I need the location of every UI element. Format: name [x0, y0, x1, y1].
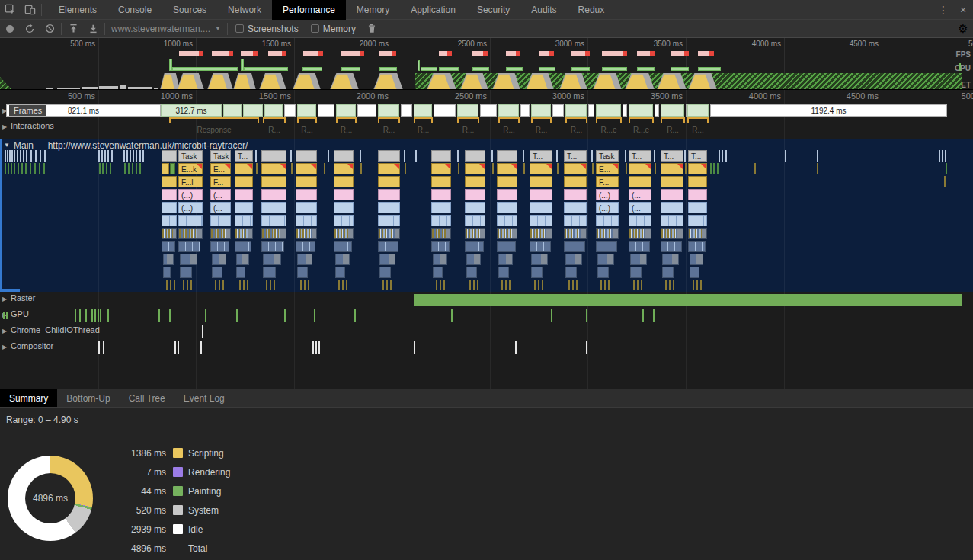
flame-call-bar[interactable]	[564, 241, 585, 252]
flame-task-bar[interactable]: Task	[210, 150, 231, 162]
flame-anonymous-bar[interactable]: (...	[629, 202, 651, 213]
flame-call-bar[interactable]	[235, 241, 251, 252]
flame-microtask-bars[interactable]	[296, 228, 317, 239]
flame-call-bar[interactable]	[688, 241, 706, 252]
frame-bar[interactable]	[687, 104, 709, 117]
interaction-bracket[interactable]	[414, 117, 433, 123]
flame-event-bar[interactable]: E...	[596, 163, 619, 174]
interaction-bracket[interactable]	[336, 117, 357, 123]
raster-activity-bar[interactable]	[414, 294, 962, 306]
flame-anonymous-bar[interactable]: (...	[210, 189, 231, 200]
details-tab-call-tree[interactable]: Call Tree	[120, 389, 174, 407]
flame-anonymous-bar[interactable]: (...	[210, 202, 231, 213]
flame-task-bar[interactable]	[465, 150, 485, 162]
flame-call-bar[interactable]	[263, 267, 276, 278]
flame-call-bar[interactable]	[378, 215, 400, 226]
history-dropdown[interactable]: www.stevenwaterman.... ▼	[111, 24, 221, 34]
flame-microtask-bars[interactable]	[688, 228, 707, 239]
flame-function-call-bar[interactable]	[629, 176, 651, 187]
record-button[interactable]	[0, 20, 20, 38]
frame-bar[interactable]	[297, 104, 316, 117]
flame-event-bar[interactable]	[629, 163, 651, 174]
flame-task-bar[interactable]	[431, 150, 451, 162]
flame-call-bar[interactable]	[212, 254, 226, 265]
timeline-overview[interactable]: FPS CPU NET 500 ms1000 ms1500 ms2000 ms2…	[0, 38, 973, 90]
flame-anonymous-bar[interactable]	[497, 189, 517, 200]
frame-bar[interactable]	[457, 104, 478, 117]
flame-call-bar[interactable]	[531, 254, 548, 265]
flame-call-bar[interactable]	[297, 267, 308, 278]
flame-call-bar[interactable]	[297, 254, 312, 265]
flame-function-call-bar[interactable]	[530, 176, 552, 187]
flame-event-bar[interactable]	[296, 163, 317, 174]
flame-call-bar[interactable]	[497, 215, 517, 226]
flame-call-bar[interactable]	[690, 267, 699, 278]
tab-network[interactable]: Network	[217, 0, 272, 20]
flame-call-bar[interactable]	[296, 241, 315, 252]
flame-microtask-bars[interactable]	[162, 228, 177, 239]
flame-call-bar[interactable]	[162, 241, 175, 252]
flame-microtask-bars[interactable]	[465, 228, 485, 239]
frame-bar[interactable]	[243, 104, 263, 117]
interactions-track-label[interactable]: Interactions	[11, 121, 54, 130]
reload-and-record-button[interactable]	[20, 20, 40, 38]
main-collapse-arrow[interactable]: ▼	[4, 142, 10, 149]
tab-memory[interactable]: Memory	[346, 0, 400, 20]
flame-function-call-bar[interactable]	[661, 176, 683, 187]
frame-bar[interactable]	[264, 104, 283, 117]
interaction-bracket[interactable]	[457, 117, 479, 123]
flame-microtask-bars[interactable]	[210, 228, 231, 239]
flame-event-bar[interactable]	[530, 163, 552, 174]
flame-function-call-bar[interactable]	[431, 176, 451, 187]
flame-event-bar[interactable]	[261, 163, 286, 174]
flame-call-bar[interactable]	[531, 267, 543, 278]
flame-call-bar[interactable]	[433, 254, 447, 265]
flame-event-bar[interactable]	[661, 163, 683, 174]
flame-call-bar[interactable]	[263, 254, 281, 265]
tab-elements[interactable]: Elements	[48, 0, 107, 20]
flame-call-bar[interactable]	[334, 215, 354, 226]
flame-call-bar[interactable]	[210, 241, 229, 252]
flame-call-bar[interactable]	[596, 241, 617, 252]
flame-call-bar[interactable]	[235, 215, 253, 226]
flame-call-bar[interactable]	[630, 267, 642, 278]
flame-function-call-bar[interactable]	[688, 176, 707, 187]
flame-call-bar[interactable]	[688, 215, 707, 226]
flame-call-bar[interactable]	[565, 254, 582, 265]
flame-anonymous-bar[interactable]: (...)	[596, 189, 619, 200]
interaction-bracket[interactable]	[498, 117, 520, 123]
screenshots-checkbox[interactable]: Screenshots	[235, 24, 299, 34]
flame-call-bar[interactable]	[431, 241, 450, 252]
flame-call-bar[interactable]	[261, 215, 286, 226]
flame-call-bar[interactable]	[163, 267, 171, 278]
flame-function-call-bar[interactable]	[497, 176, 517, 187]
frame-bar[interactable]	[520, 104, 530, 117]
interaction-bracket[interactable]	[297, 117, 317, 123]
flame-call-bar[interactable]	[530, 215, 552, 226]
frame-bar[interactable]	[588, 104, 594, 117]
interaction-bracket[interactable]	[378, 117, 400, 123]
childio-expand-arrow[interactable]: ▶	[2, 328, 7, 334]
frame-bar[interactable]: 312.7 ms	[161, 104, 222, 117]
save-profile-button[interactable]	[83, 20, 103, 38]
flame-call-bar[interactable]	[180, 254, 197, 265]
flame-call-bar[interactable]	[335, 267, 345, 278]
flame-event-bar[interactable]	[162, 163, 169, 174]
flame-call-bar[interactable]	[662, 254, 679, 265]
memory-checkbox[interactable]: Memory	[311, 24, 356, 34]
frame-bar[interactable]	[565, 104, 587, 117]
flame-call-bar[interactable]	[565, 267, 577, 278]
tab-performance[interactable]: Performance	[272, 0, 346, 20]
flame-call-bar[interactable]	[210, 215, 231, 226]
flame-microtask-bars[interactable]	[334, 228, 354, 239]
frame-bar[interactable]	[498, 104, 519, 117]
frame-bar[interactable]	[357, 104, 376, 117]
frame-bar[interactable]	[336, 104, 356, 117]
flame-anonymous-bar[interactable]: (...)	[178, 189, 203, 200]
flame-call-bar[interactable]	[178, 215, 203, 226]
flame-anonymous-bar[interactable]	[431, 189, 451, 200]
flame-call-bar[interactable]	[236, 254, 249, 265]
flame-anonymous-bar[interactable]	[334, 189, 354, 200]
flame-function-call-bar[interactable]: F...l	[178, 176, 203, 187]
flame-task-bar[interactable]	[261, 150, 286, 162]
